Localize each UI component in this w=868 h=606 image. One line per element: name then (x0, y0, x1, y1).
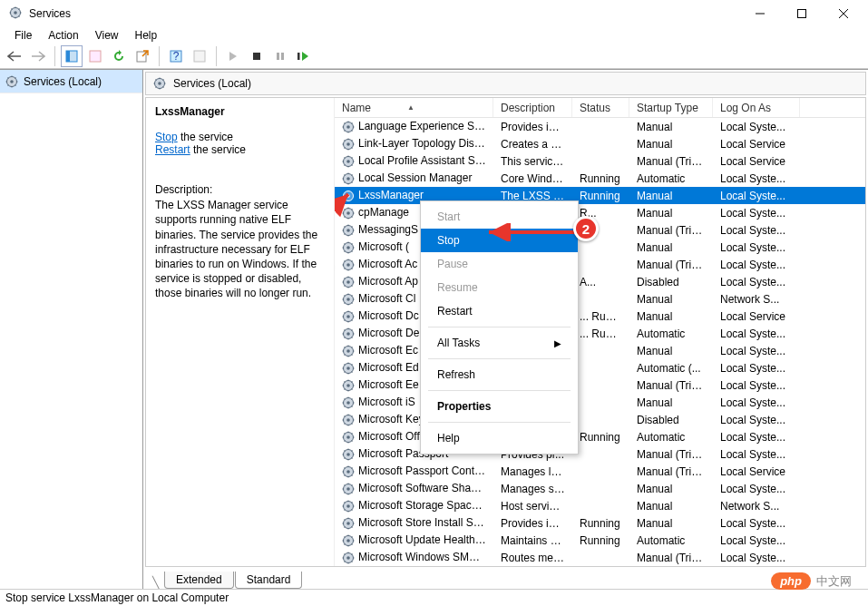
table-row[interactable]: Microsoft PassportProvides pr...Manual (… (335, 445, 865, 463)
cell-startup: Automatic (629, 431, 713, 444)
table-row[interactable]: Microsoft Storage Spaces S...Host servic… (335, 497, 865, 514)
cell-startup: Automatic (... (629, 362, 713, 375)
cell-startup: Manual (Trig... (629, 379, 713, 392)
cell-startup: Manual (629, 241, 713, 254)
table-row[interactable]: Microsoft ClManualNetwork S... (335, 290, 865, 308)
export-button[interactable] (132, 45, 153, 67)
context-menu[interactable]: Start Stop Pause Resume Restart All Task… (420, 200, 579, 454)
tree-node-services-local[interactable]: Services (Local) (0, 70, 142, 93)
cell-logon: Local Service (713, 465, 800, 478)
column-startup[interactable]: Startup Type (629, 98, 713, 117)
menu-item-refresh[interactable]: Refresh (421, 363, 578, 386)
table-row[interactable]: Microsoft De... RunningAutomaticLocal Sy… (335, 325, 865, 342)
service-icon (342, 517, 355, 530)
table-row[interactable]: Microsoft ApA...DisabledLocal Syste... (335, 273, 865, 290)
table-row[interactable]: Microsoft AcManual (Trig...Local Syste..… (335, 256, 865, 273)
cell-logon: Local Syste... (713, 172, 800, 185)
service-icon (342, 241, 355, 254)
minimize-button[interactable] (739, 0, 781, 27)
column-status[interactable]: Status (572, 98, 629, 117)
table-row[interactable]: Microsoft Windows SMS Ro...Routes mes...… (335, 549, 865, 566)
cell-name: Microsoft Storage Spaces S... (335, 499, 493, 513)
table-row[interactable]: Microsoft Keyboard FilterControls ke...D… (335, 411, 865, 428)
start-service-button[interactable] (222, 45, 244, 67)
table-row[interactable]: Microsoft Passport ContainerManages lo..… (335, 463, 865, 480)
table-row[interactable]: LxssManagerThe LXSS M...RunningManualLoc… (335, 187, 865, 204)
table-row[interactable]: Local Session ManagerCore Windo...Runnin… (335, 170, 865, 187)
services-list-pane[interactable]: Name▲ Description Status Startup Type Lo… (335, 98, 865, 566)
menu-action[interactable]: Action (41, 27, 85, 44)
column-logon[interactable]: Log On As (713, 98, 800, 117)
cell-description: Provides inf... (493, 121, 572, 133)
refresh-button[interactable] (108, 45, 130, 67)
cell-name: Local Session Manager (335, 171, 493, 185)
titlebar[interactable]: Services (0, 0, 868, 27)
help-button[interactable]: ? (165, 45, 187, 67)
stop-service-button[interactable] (246, 45, 268, 67)
table-row[interactable]: Microsoft Update Health Se...Maintains U… (335, 532, 865, 549)
selected-service-name: LxssManager (155, 105, 325, 118)
table-row[interactable]: Microsoft iSManualLocal Syste... (335, 394, 865, 411)
svg-rect-15 (297, 53, 300, 60)
close-button[interactable] (823, 0, 864, 27)
tabs-backslash: ╲ (152, 576, 159, 589)
service-icon (342, 121, 355, 133)
service-icon (342, 293, 355, 306)
service-icon (342, 483, 355, 495)
table-row[interactable]: Microsoft (ManualLocal Syste... (335, 239, 865, 256)
forward-button[interactable] (27, 45, 49, 67)
table-row[interactable]: Microsoft Office Click-to-R...Manages re… (335, 428, 865, 445)
menu-file[interactable]: File (7, 27, 39, 44)
back-button[interactable] (4, 45, 25, 67)
restart-service-link[interactable]: Restart (155, 143, 190, 156)
cell-startup: Manual (629, 500, 713, 513)
table-row[interactable]: Microsoft EcManualLocal Syste... (335, 342, 865, 359)
cell-startup: Manual (Trig... (629, 448, 713, 461)
menu-help[interactable]: Help (128, 27, 165, 44)
delete-button[interactable] (84, 45, 106, 67)
table-row[interactable]: cpManageR...ManualLocal Syste... (335, 204, 865, 221)
menu-item-stop[interactable]: Stop (421, 229, 578, 252)
menu-item-restart[interactable]: Restart (421, 299, 578, 323)
menu-item-properties[interactable]: Properties (421, 395, 578, 418)
service-icon (342, 534, 355, 547)
cell-logon: Local Syste... (713, 224, 800, 237)
cell-logon: Local Syste... (713, 345, 800, 357)
help-button-2[interactable] (189, 45, 210, 67)
table-row[interactable]: Microsoft Software Shadow...Manages so..… (335, 480, 865, 497)
menu-item-start: Start (421, 205, 578, 229)
menu-view[interactable]: View (88, 27, 126, 44)
maximize-button[interactable] (781, 0, 823, 27)
column-name[interactable]: Name▲ (335, 98, 493, 117)
column-description[interactable]: Description (493, 98, 572, 117)
table-row[interactable]: Link-Layer Topology Discov...Creates a N… (335, 135, 865, 152)
cell-logon: Local Service (713, 155, 800, 168)
svg-rect-14 (281, 53, 284, 60)
cell-startup: Manual (Trig... (629, 465, 713, 478)
table-row[interactable]: Microsoft EdAutomatic (...Local Syste... (335, 359, 865, 376)
cell-startup: Manual (629, 121, 713, 133)
tab-extended[interactable]: Extended (164, 572, 234, 589)
stop-service-link[interactable]: Stop (155, 131, 178, 143)
list-body[interactable]: Language Experience ServiceProvides inf.… (335, 118, 865, 566)
menu-item-all-tasks[interactable]: All Tasks▶ (421, 331, 578, 355)
submenu-arrow-icon: ▶ (554, 338, 561, 348)
cell-logon: Local Syste... (713, 534, 800, 547)
table-row[interactable]: Microsoft Dc... RunningManualLocal Servi… (335, 308, 865, 325)
service-icon (342, 259, 355, 271)
left-tree-pane[interactable]: Services (Local) (0, 70, 143, 589)
menu-item-help[interactable]: Help (421, 426, 578, 450)
watermark: php 中文网 (771, 572, 852, 590)
table-row[interactable]: Language Experience ServiceProvides inf.… (335, 118, 865, 135)
pause-service-button[interactable] (269, 45, 291, 67)
table-row[interactable]: Microsoft EeManual (Trig...Local Syste..… (335, 376, 865, 394)
restart-service-button[interactable] (293, 45, 315, 67)
table-row[interactable]: Microsoft Store Install ServiceProvides … (335, 514, 865, 532)
table-row[interactable]: MessagingSManual (Trig...Local Syste... (335, 221, 865, 239)
properties-button[interactable] (61, 45, 83, 67)
cell-startup: Manual (Trig... (629, 224, 713, 237)
cell-startup: Manual (629, 138, 713, 151)
tab-standard[interactable]: Standard (235, 572, 303, 589)
watermark-text: 中文网 (816, 573, 852, 590)
table-row[interactable]: Local Profile Assistant ServiceThis serv… (335, 152, 865, 170)
